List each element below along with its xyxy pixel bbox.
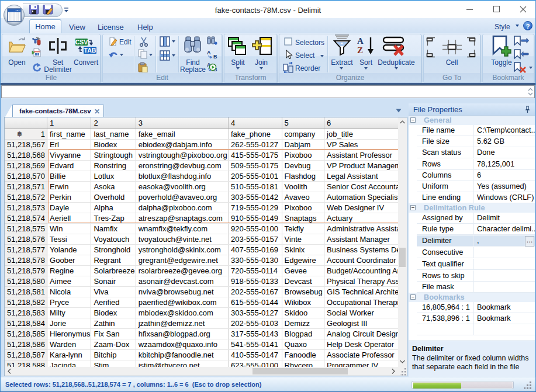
svg-text:CSV: CSV [75,39,88,46]
svg-text:A: A [207,50,211,55]
svg-text:Z: Z [357,46,363,55]
svg-text:B: B [213,54,217,60]
svg-text:A: A [357,36,364,46]
svg-text:TAB: TAB [84,47,96,54]
